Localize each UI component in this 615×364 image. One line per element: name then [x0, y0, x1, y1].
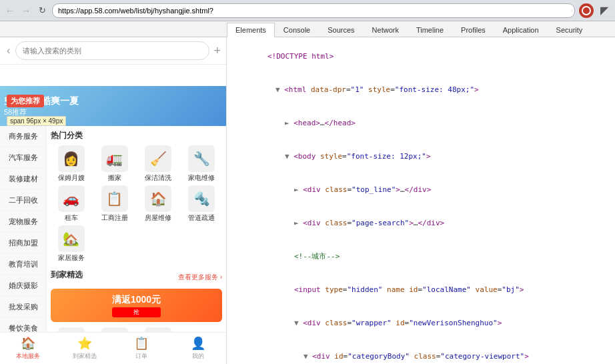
category-fangwu[interactable]: 🏠 房屋维修: [138, 185, 179, 223]
svg-point-0: [582, 7, 590, 15]
code-input-local[interactable]: <input type="hidden" name id="localName"…: [227, 273, 615, 307]
nav-profile-icon: 👤: [191, 336, 205, 351]
jiadian-icon: 🔧: [188, 145, 215, 172]
baojie-label: 保洁清洗: [145, 173, 171, 183]
rec-baojie-icon: 🧺: [145, 327, 171, 332]
nav-profile-label: 我的: [192, 352, 204, 361]
category-banjia[interactable]: 🚛 搬家: [94, 145, 135, 183]
code-topline[interactable]: ► <div class="top_line">…</div>: [227, 173, 615, 207]
zhuangxiu-icon: 🏗️: [58, 327, 85, 332]
nav-order-icon: 📋: [134, 336, 149, 351]
rec-zhuangxiu[interactable]: 🏗️ 精选装修: [51, 327, 91, 332]
jiadian-label: 家电维修: [188, 173, 215, 183]
hot-category-grid: 👩 保姆月嫂 🚛 搬家 🧹 保洁清洗 🔧 家电维修: [51, 145, 222, 263]
tab-application[interactable]: Application: [494, 22, 548, 37]
zuche-icon: 🚗: [58, 185, 85, 212]
category-zuche[interactable]: 🚗 租车: [51, 185, 91, 223]
code-categorybody[interactable]: ▼ <div id="categoryBody" class="category…: [227, 340, 615, 364]
code-wrapper[interactable]: ▼ <div class="wrapper" id="newVerisonShe…: [227, 307, 615, 340]
tab-security[interactable]: Security: [548, 22, 592, 37]
devtools-content: <!DOCTYPE html> ▼ <html data-dpr="1" sty…: [227, 37, 615, 364]
mobile-back-button[interactable]: ‹: [5, 43, 11, 58]
code-doctype[interactable]: <!DOCTYPE html>: [227, 40, 615, 73]
mobile-search-input[interactable]: [15, 41, 209, 60]
hot-section-title: 热门分类: [51, 130, 222, 141]
category-guandao[interactable]: 🔩 管道疏通: [181, 185, 222, 223]
highlighted-tag: 为您推荐: [7, 95, 44, 107]
baomao-icon: 👩‍👧: [101, 327, 128, 332]
code-html[interactable]: ▼ <html data-dpr="1" style="font-size: 4…: [227, 73, 615, 107]
rec-baomao[interactable]: 👩‍👧 优质保姆: [94, 327, 135, 332]
nav-local[interactable]: 🏠 本地服务: [0, 333, 57, 364]
gongshang-label: 工商注册: [101, 213, 128, 223]
jiaju-label: 家居服务: [58, 253, 85, 263]
mobile-browser-bar: ‹ +: [0, 37, 226, 65]
mobile-bottom-nav: 🏠 本地服务 ⭐ 到家精选 📋 订单 👤 我的: [0, 332, 226, 364]
nav-order-label: 订单: [135, 352, 147, 361]
code-pagesearch[interactable]: ► <div class="page-search">…</div>: [227, 207, 615, 240]
tab-network[interactable]: Network: [364, 22, 408, 37]
mobile-panel: ‹ + 为您推荐 span 96px × 49px 空调维修酷爽一夏 58推荐 …: [0, 37, 227, 364]
view-more-link[interactable]: 查看更多服务 ›: [178, 273, 222, 282]
sidebar-item-jiaoyu[interactable]: 教育培训: [0, 254, 46, 275]
sidebar-item-qiche[interactable]: 汽车服务: [0, 147, 46, 169]
browser-toolbar: ← → ↻ ◤: [0, 0, 615, 21]
devtools-tabbar: Elements Console Sources Network Timelin…: [0, 21, 615, 37]
devtools-panel: <!DOCTYPE html> ▼ <html data-dpr="1" sty…: [227, 37, 615, 364]
rec-baojie[interactable]: 🧺 专业保洁: [138, 327, 179, 332]
guandao-icon: 🔩: [188, 185, 215, 212]
baomuyuesao-icon: 👩: [58, 145, 85, 172]
sidebar-item-shangwu[interactable]: 商务服务: [0, 126, 46, 147]
category-jiadian[interactable]: 🔧 家电维修: [181, 145, 222, 183]
sidebar-item-zhaoshang[interactable]: 招商加盟: [0, 233, 46, 254]
mobile-add-button[interactable]: +: [213, 44, 221, 58]
tab-sources[interactable]: Sources: [319, 22, 363, 37]
address-bar[interactable]: [52, 3, 575, 18]
forward-button[interactable]: →: [20, 5, 32, 17]
nav-home-label: 到家精选: [73, 352, 97, 361]
code-comment-city[interactable]: <!--城市-->: [227, 240, 615, 273]
banjia-icon: 🚛: [101, 145, 128, 172]
nav-home-icon: ⭐: [77, 336, 92, 351]
tab-timeline[interactable]: Timeline: [408, 22, 452, 37]
sidebar-item-pifa[interactable]: 批发采购: [0, 297, 46, 318]
sidebar-item-hunqing[interactable]: 婚庆摄影: [0, 275, 46, 297]
category-gongshang[interactable]: 📋 工商注册: [94, 185, 135, 223]
mobile-content: 商务服务 汽车服务 装修建材 二手回收 宠物服务 招商加盟 教育培训 婚庆摄影 …: [0, 126, 226, 332]
fangwu-label: 房屋维修: [145, 213, 171, 223]
code-head[interactable]: ► <head>…</head>: [227, 107, 615, 140]
category-baomuyuesao[interactable]: 👩 保姆月嫂: [51, 145, 91, 183]
refresh-button[interactable]: ↻: [36, 5, 48, 17]
sidebar-item-zhuangxiu[interactable]: 装修建材: [0, 169, 46, 190]
sidebar-item-ershou[interactable]: 二手回收: [0, 190, 46, 211]
category-baojie[interactable]: 🧹 保洁清洗: [138, 145, 179, 183]
nav-local-icon: 🏠: [21, 336, 35, 351]
main-content: 热门分类 👩 保姆月嫂 🚛 搬家 🧹 保洁清洗 🔧: [47, 126, 226, 332]
left-sidebar: 商务服务 汽车服务 装修建材 二手回收 宠物服务 招商加盟 教育培训 婚庆摄影 …: [0, 126, 47, 332]
category-jiaju[interactable]: 🏡 家居服务: [51, 225, 91, 263]
baojie-icon: 🧹: [145, 145, 171, 172]
tab-profiles[interactable]: Profiles: [452, 22, 494, 37]
nav-profile[interactable]: 👤 我的: [169, 333, 226, 364]
jiaju-icon: 🏡: [58, 225, 85, 252]
banjia-label: 搬家: [108, 173, 121, 183]
sidebar-item-canyin[interactable]: 餐饮美食: [0, 318, 46, 332]
dimension-indicator: span 96px × 49px: [7, 116, 66, 126]
recommended-grid: 🏗️ 精选装修 👩‍👧 优质保姆 🧺 专业保洁: [51, 327, 222, 332]
code-body[interactable]: ▼ <body style="font-size: 12px;">: [227, 140, 615, 173]
recommended-section-title: 到家精选: [51, 269, 83, 281]
guandao-label: 管道疏通: [188, 213, 215, 223]
back-button[interactable]: ←: [4, 5, 16, 17]
fangwu-icon: 🏠: [145, 185, 171, 212]
main-area: ‹ + 为您推荐 span 96px × 49px 空调维修酷爽一夏 58推荐 …: [0, 37, 615, 364]
tab-elements[interactable]: Elements: [227, 23, 275, 37]
devtools-toggle[interactable]: [579, 3, 594, 18]
inspect-button[interactable]: ◤: [598, 4, 611, 17]
tab-console[interactable]: Console: [275, 22, 319, 37]
nav-order[interactable]: 📋 订单: [113, 333, 170, 364]
nav-home[interactable]: ⭐ 到家精选: [57, 333, 113, 364]
gongshang-icon: 📋: [101, 185, 128, 212]
zuche-label: 租车: [65, 213, 78, 223]
sidebar-item-chongwu[interactable]: 宠物服务: [0, 211, 46, 233]
baomuyuesao-label: 保姆月嫂: [58, 173, 85, 183]
